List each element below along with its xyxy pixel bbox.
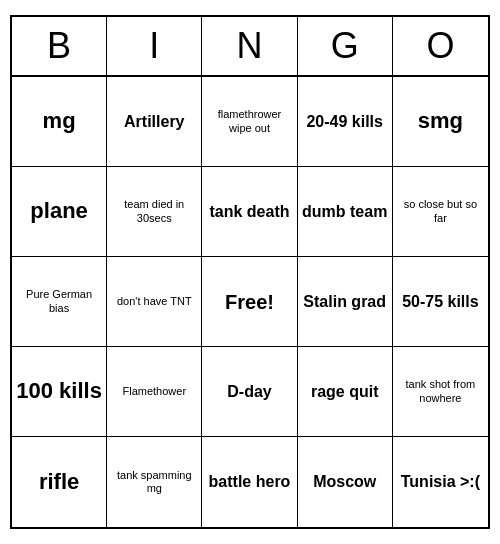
bingo-cell: 100 kills — [12, 347, 107, 437]
bingo-cell: Pure German bias — [12, 257, 107, 347]
bingo-cell: Stalin grad — [298, 257, 393, 347]
bingo-cell: tank spamming mg — [107, 437, 202, 527]
bingo-cell: Flamethower — [107, 347, 202, 437]
bingo-card: BINGO mgArtilleryflamethrower wipe out20… — [10, 15, 490, 529]
header-letter: O — [393, 17, 488, 75]
bingo-cell: don't have TNT — [107, 257, 202, 347]
bingo-cell: D-day — [202, 347, 297, 437]
bingo-cell: tank death — [202, 167, 297, 257]
bingo-cell: tank shot from nowhere — [393, 347, 488, 437]
bingo-cell: Moscow — [298, 437, 393, 527]
bingo-cell: 20-49 kills — [298, 77, 393, 167]
bingo-cell: rifle — [12, 437, 107, 527]
header-letter: N — [202, 17, 297, 75]
bingo-cell: mg — [12, 77, 107, 167]
bingo-cell: rage quit — [298, 347, 393, 437]
header-letter: G — [298, 17, 393, 75]
bingo-cell: dumb team — [298, 167, 393, 257]
bingo-cell: flamethrower wipe out — [202, 77, 297, 167]
bingo-cell: Tunisia >:( — [393, 437, 488, 527]
bingo-header: BINGO — [12, 17, 488, 77]
header-letter: B — [12, 17, 107, 75]
bingo-cell: plane — [12, 167, 107, 257]
bingo-cell: Artillery — [107, 77, 202, 167]
bingo-cell: team died in 30secs — [107, 167, 202, 257]
bingo-grid: mgArtilleryflamethrower wipe out20-49 ki… — [12, 77, 488, 527]
bingo-cell: so close but so far — [393, 167, 488, 257]
bingo-cell: smg — [393, 77, 488, 167]
header-letter: I — [107, 17, 202, 75]
bingo-cell: Free! — [202, 257, 297, 347]
bingo-cell: battle hero — [202, 437, 297, 527]
bingo-cell: 50-75 kills — [393, 257, 488, 347]
